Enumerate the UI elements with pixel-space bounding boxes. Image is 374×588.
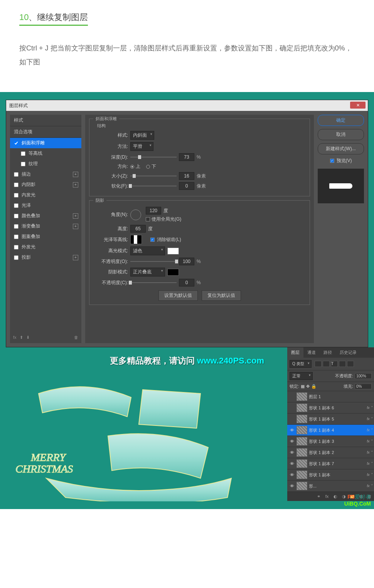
trash-icon[interactable]: 🗑 bbox=[74, 335, 78, 340]
shadow-opacity-input[interactable]: 0 bbox=[179, 279, 194, 286]
fx-badge[interactable]: fx ˅ bbox=[367, 417, 372, 421]
panel-tab[interactable]: 历史记录 bbox=[336, 347, 361, 358]
lock-all-icon[interactable]: 🔒 bbox=[311, 384, 317, 389]
fx-badge[interactable]: fx ˅ bbox=[367, 451, 372, 454]
style-item[interactable]: 内发光 bbox=[10, 190, 81, 200]
style-checkbox[interactable] bbox=[14, 203, 19, 208]
style-item[interactable]: 斜面和浮雕 bbox=[10, 138, 81, 148]
highlight-opacity-slider[interactable] bbox=[130, 261, 177, 262]
style-checkbox[interactable] bbox=[14, 255, 19, 260]
direction-up-radio[interactable]: 上 bbox=[130, 163, 140, 170]
style-checkbox[interactable] bbox=[14, 235, 19, 239]
fx-badge[interactable]: fx ˅ bbox=[367, 428, 372, 432]
layer-row[interactable]: 👁形状 1 副本 4fx ˅ bbox=[287, 425, 374, 436]
style-checkbox[interactable] bbox=[14, 172, 19, 177]
add-effect-icon[interactable]: + bbox=[73, 213, 78, 219]
gloss-contour[interactable] bbox=[130, 235, 142, 244]
style-checkbox[interactable] bbox=[14, 224, 19, 229]
fx-menu-icon[interactable]: fx bbox=[13, 335, 17, 340]
layer-row[interactable]: 👁形状 1 副本 3fx ˅ bbox=[287, 436, 374, 447]
layer-thumbnail[interactable] bbox=[297, 471, 307, 479]
mask-icon[interactable]: ◐ bbox=[332, 493, 339, 499]
angle-input[interactable]: 120 bbox=[146, 207, 161, 214]
fill-input[interactable]: 0% bbox=[355, 384, 372, 389]
layer-row[interactable]: 👁形状 1 副本 2fx ˅ bbox=[287, 447, 374, 458]
style-item[interactable]: 纹理 bbox=[10, 159, 81, 169]
shadow-mode-dropdown[interactable]: 正片叠底 bbox=[130, 268, 165, 276]
fx-badge[interactable]: fx ˅ bbox=[367, 462, 372, 466]
style-dropdown[interactable]: 内斜面 bbox=[130, 131, 154, 140]
style-checkbox[interactable] bbox=[21, 151, 25, 156]
layer-thumbnail[interactable] bbox=[297, 404, 307, 412]
ok-button[interactable]: 确定 bbox=[318, 115, 364, 126]
layer-thumbnail[interactable] bbox=[297, 426, 307, 434]
layer-row[interactable]: 👁形...fx ˅ bbox=[287, 481, 374, 492]
fx-icon[interactable]: fx bbox=[324, 493, 330, 499]
style-item[interactable]: 投影+ bbox=[10, 252, 81, 263]
style-item[interactable]: 光泽 bbox=[10, 200, 81, 211]
filter-text-icon[interactable]: T bbox=[331, 361, 338, 367]
style-checkbox[interactable] bbox=[14, 183, 19, 187]
style-checkbox[interactable] bbox=[14, 214, 19, 218]
add-effect-icon[interactable]: + bbox=[73, 172, 78, 177]
lock-pixels-icon[interactable]: ▦ bbox=[301, 384, 305, 389]
style-checkbox[interactable] bbox=[14, 141, 19, 146]
layer-thumbnail[interactable] bbox=[297, 392, 307, 401]
layer-row[interactable]: 👁形状 1 副本fx ˅ bbox=[287, 469, 374, 481]
style-item[interactable]: 图案叠加 bbox=[10, 231, 81, 242]
preview-checkbox[interactable]: ✓ bbox=[330, 159, 334, 163]
shadow-color[interactable] bbox=[167, 269, 179, 276]
up-icon[interactable]: ⬆ bbox=[20, 335, 23, 340]
altitude-input[interactable]: 65 bbox=[130, 225, 146, 233]
style-item[interactable]: 等高线 bbox=[10, 148, 81, 159]
cancel-button[interactable]: 取消 bbox=[318, 129, 364, 140]
layer-thumbnail[interactable] bbox=[297, 482, 307, 490]
direction-down-radio[interactable]: 下 bbox=[146, 163, 156, 170]
fx-badge[interactable]: fx ˅ bbox=[367, 406, 372, 410]
technique-dropdown[interactable]: 平滑 bbox=[130, 142, 153, 151]
reset-default-button[interactable]: 复位为默认值 bbox=[202, 290, 241, 301]
layer-row[interactable]: 图层 1 bbox=[287, 391, 374, 402]
highlight-color[interactable] bbox=[167, 248, 179, 255]
opacity-input[interactable]: 100% bbox=[355, 373, 372, 379]
make-default-button[interactable]: 设置为默认值 bbox=[158, 290, 198, 301]
style-item[interactable]: 外发光 bbox=[10, 242, 81, 252]
panel-tab[interactable]: 路径 bbox=[320, 347, 336, 358]
depth-input[interactable]: 73 bbox=[179, 153, 194, 161]
filter-smart-icon[interactable] bbox=[347, 361, 354, 367]
visibility-icon[interactable]: 👁 bbox=[289, 461, 295, 466]
highlight-mode-dropdown[interactable]: 滤色 bbox=[130, 246, 165, 255]
filter-adjust-icon[interactable] bbox=[323, 361, 330, 367]
fx-badge[interactable]: fx ˅ bbox=[367, 484, 372, 488]
add-effect-icon[interactable]: + bbox=[73, 182, 78, 188]
highlight-opacity-input[interactable]: 100 bbox=[179, 258, 194, 265]
layer-thumbnail[interactable] bbox=[297, 415, 307, 423]
blend-options-header[interactable]: 混合选项 bbox=[10, 126, 81, 138]
depth-slider[interactable] bbox=[130, 157, 177, 157]
layer-thumbnail[interactable] bbox=[297, 459, 307, 468]
layer-row[interactable]: 形状 1 副本 6fx ˅ bbox=[287, 402, 374, 414]
panel-tab[interactable]: 图层 bbox=[287, 347, 303, 358]
angle-control[interactable] bbox=[130, 209, 141, 220]
panel-tab[interactable]: 通道 bbox=[303, 347, 320, 358]
layer-thumbnail[interactable] bbox=[297, 437, 307, 446]
add-effect-icon[interactable]: + bbox=[73, 255, 78, 260]
style-item[interactable]: 描边+ bbox=[10, 169, 81, 179]
visibility-icon[interactable]: 👁 bbox=[289, 484, 295, 488]
layer-row[interactable]: 形状 1 副本 5fx ˅ bbox=[287, 414, 374, 425]
soften-input[interactable]: 0 bbox=[179, 182, 194, 190]
blend-mode-dropdown[interactable]: 正常 bbox=[290, 372, 313, 380]
style-checkbox[interactable] bbox=[14, 245, 19, 250]
visibility-icon[interactable]: 👁 bbox=[289, 450, 295, 455]
styles-header[interactable]: 样式 bbox=[10, 115, 81, 126]
fx-badge[interactable]: fx ˅ bbox=[367, 439, 372, 443]
filter-pixel-icon[interactable] bbox=[315, 361, 322, 367]
style-item[interactable]: 内阴影+ bbox=[10, 179, 81, 190]
visibility-icon[interactable]: 👁 bbox=[289, 472, 295, 477]
visibility-icon[interactable]: 👁 bbox=[289, 428, 295, 432]
down-icon[interactable]: ⬇ bbox=[26, 335, 30, 340]
lock-position-icon[interactable]: ✥ bbox=[306, 384, 310, 389]
link-icon[interactable]: ⚭ bbox=[315, 493, 322, 499]
close-button[interactable]: ✕ bbox=[350, 102, 366, 109]
soften-slider[interactable] bbox=[130, 186, 177, 186]
